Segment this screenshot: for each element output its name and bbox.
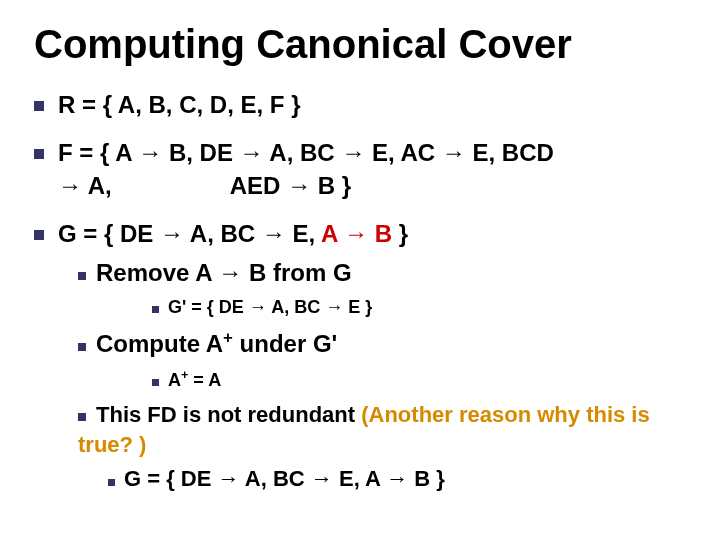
bullet-gfinal: G = { DE → A, BC → E, A → B }: [108, 465, 686, 494]
gprime-pre: G' = { DE: [168, 297, 249, 317]
bullet-aplus: A+ = A: [152, 367, 686, 392]
arrow-icon: →: [442, 139, 466, 166]
gfinal-end: B }: [408, 466, 445, 491]
square-bullet-icon: [108, 479, 115, 486]
arrow-icon: →: [386, 466, 408, 491]
arrow-icon: →: [218, 466, 240, 491]
arrow-icon: →: [249, 297, 267, 317]
plus-superscript: +: [223, 328, 233, 347]
f-part5: E, BCD: [466, 139, 554, 166]
bullet-r: R = { A, B, C, D, E, F }: [34, 89, 686, 121]
f-part6: A,: [82, 172, 112, 199]
square-bullet-icon: [34, 149, 44, 159]
bullet-notredundant: This FD is not redundant (Another reason…: [78, 400, 686, 459]
square-bullet-icon: [78, 413, 86, 421]
arrow-icon: →: [58, 172, 82, 199]
g-red-a: A: [321, 220, 344, 247]
g-end: }: [392, 220, 408, 247]
compute-post: under G': [233, 330, 337, 357]
aplus-a: A: [168, 370, 181, 390]
arrow-icon: →: [341, 139, 365, 166]
bullet-g: G = { DE → A, BC → E, A → B }: [34, 218, 686, 250]
square-bullet-icon: [34, 230, 44, 240]
remove-pre: Remove A: [96, 259, 218, 286]
gfinal-pre: G = { DE: [124, 466, 218, 491]
arrow-icon: →: [287, 172, 311, 199]
r-text: R = { A, B, C, D, E, F }: [58, 91, 300, 118]
remove-post: B from G: [242, 259, 351, 286]
notredund-text: This FD is not redundant: [96, 402, 361, 427]
f-end: B }: [311, 172, 351, 199]
gfinal-mid2: E, A: [333, 466, 386, 491]
gfinal-mid1: A, BC: [240, 466, 311, 491]
g-pre: G = { DE: [58, 220, 160, 247]
aplus-eq: = A: [188, 370, 221, 390]
arrow-icon: →: [240, 139, 264, 166]
bullet-remove: Remove A → B from G: [78, 257, 686, 289]
bullet-f: F = { A → B, DE → A, BC → E, AC → E, BCD…: [34, 137, 686, 202]
arrow-icon: →: [344, 220, 368, 247]
f-part1: F = { A: [58, 139, 138, 166]
slide: Computing Canonical Cover R = { A, B, C,…: [0, 0, 720, 540]
g-mid1: A, BC: [184, 220, 262, 247]
f-part2: B, DE: [162, 139, 239, 166]
arrow-icon: →: [218, 259, 242, 286]
gprime-mid: A, BC: [267, 297, 325, 317]
f-part3: A, BC: [264, 139, 342, 166]
bullet-compute: Compute A+ under G': [78, 327, 686, 360]
arrow-icon: →: [138, 139, 162, 166]
slide-title: Computing Canonical Cover: [34, 22, 686, 67]
arrow-icon: →: [311, 466, 333, 491]
arrow-icon: →: [325, 297, 343, 317]
square-bullet-icon: [34, 101, 44, 111]
gprime-end: E }: [343, 297, 372, 317]
square-bullet-icon: [152, 379, 159, 386]
compute-pre: Compute A: [96, 330, 223, 357]
f-part4: E, AC: [365, 139, 441, 166]
g-mid2: E,: [286, 220, 321, 247]
square-bullet-icon: [78, 343, 86, 351]
g-red-b: B: [368, 220, 392, 247]
arrow-icon: →: [262, 220, 286, 247]
square-bullet-icon: [152, 306, 159, 313]
bullet-gprime: G' = { DE → A, BC → E }: [152, 295, 686, 319]
f-aed: AED: [230, 172, 287, 199]
square-bullet-icon: [78, 272, 86, 280]
arrow-icon: →: [160, 220, 184, 247]
